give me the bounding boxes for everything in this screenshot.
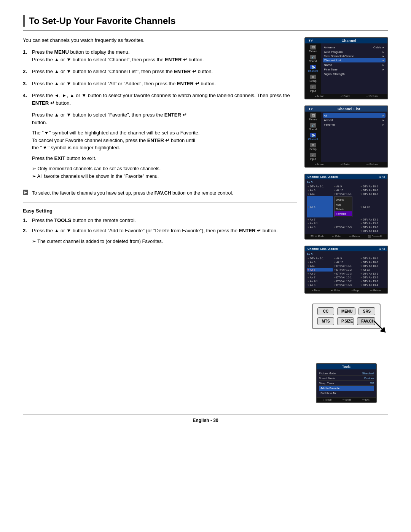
channel-list-screen: TV Channel List 🖼 Picture 🔊 Sound 📡 Cha	[304, 105, 388, 168]
ch-cell: ♥ DTV Air 2-1	[307, 257, 333, 260]
memo-note-2: All favorite channels will be shown in t…	[32, 173, 297, 180]
step-1-line2: Press the ▲ or ▼ button to select "Chann…	[32, 57, 204, 62]
screen1-content: Antenna: Cable ► Auto Program► Clear Scr…	[321, 43, 387, 94]
ch-cell: ♥ DTV Air 13-3	[360, 280, 386, 283]
tools-screen: Tools Picture Mode: Standard Sound Mode:…	[316, 363, 377, 403]
remote-section: CC MENU SRS MTS P.SIZE FAV.CH	[304, 304, 388, 329]
btn-menu[interactable]: MENU	[337, 307, 355, 315]
ch-cell: ♥ Air 8	[307, 283, 333, 287]
screen1-header: TV Channel	[305, 38, 387, 43]
screen4-body: Air 5 ♥ DTV Air 2-1 ♥ Air 9 ♥ DTV Air 10…	[305, 251, 387, 288]
step-1-line1: Press the MENU button to display the men…	[32, 49, 130, 55]
main-content: You can set channels you watch frequentl…	[23, 37, 297, 403]
ch-cell: ♥ Air 3	[307, 260, 333, 264]
step-1: 1. Press the MENU button to display the …	[23, 48, 297, 63]
ch-cell: ♥ Air 12	[360, 268, 386, 272]
sidebar-sound: 🔊 Sound	[306, 55, 320, 62]
ch-cell: ♥ DTV Air 10-3	[333, 283, 360, 287]
menu-signal-strength: Signal Strength	[323, 72, 386, 76]
remote-buttons: CC MENU SRS MTS P.SIZE FAV.CH	[312, 304, 381, 329]
page-footer: English - 30	[23, 414, 388, 423]
memo-note-1: Only memorized channels can be set as fa…	[32, 165, 297, 173]
ch-cell	[333, 229, 360, 233]
channel-added-screen-1: Channel List / Added 1 / 2 Air 5 ♥ DTV A…	[304, 174, 388, 240]
menu-all: All►	[323, 113, 386, 118]
menu-fine-tune: Fine Tune►	[323, 67, 386, 72]
tools-switch-air: Switch to Air	[319, 391, 374, 396]
menu-auto-program: Auto Program►	[323, 50, 386, 54]
ch-cell: Watch Add Delete Favorite	[333, 196, 360, 217]
easy-step-2: 2. Press the ▲ or ▼ button to select "Ad…	[23, 227, 297, 235]
tools-footer: ⬧ Move ↵ Enter ↩ Exit	[317, 397, 376, 402]
tools-header: Tools	[317, 364, 376, 369]
footer-text: English - 30	[193, 418, 218, 423]
btn-psize[interactable]: P.SIZE	[337, 317, 354, 325]
ch-cell: ♥ DTV Air 13-1	[360, 272, 386, 275]
step-4: 4. Press the ◄, ►, ▲ or ▼ button to sele…	[23, 92, 297, 107]
btn-srs[interactable]: SRS	[358, 307, 375, 315]
ch-cell: ♥ DTV Air 10-3	[333, 272, 360, 275]
arrow-pointer	[372, 319, 387, 334]
tools-body: Picture Mode: Standard Sound Mode: Custo…	[317, 369, 376, 397]
ch-cell: ♥ DTV Air 10-2	[333, 268, 360, 272]
channel-menu-screen: TV Channel 🖼 Picture 🔊 Sound 📡 Channel	[304, 37, 388, 99]
right-screenshots: TV Channel 🖼 Picture 🔊 Sound 📡 Channel	[304, 37, 388, 403]
ch-cell	[333, 222, 360, 225]
fav-ch-note: ▶ To select the favorite channels you ha…	[23, 190, 297, 197]
exit-note: Press the EXIT button to exit.	[32, 155, 297, 162]
ch-cell: ♥ Air 12	[360, 196, 386, 217]
ch-cell: ♥ DTV Air 10-1	[333, 264, 360, 268]
step-1-num: 1.	[23, 48, 29, 63]
info-icon: ▶	[23, 190, 28, 195]
remote-row-1: CC MENU SRS	[317, 307, 375, 315]
btn-cc[interactable]: CC	[317, 307, 334, 315]
ch-cell: ♥ DTV Air 13-1	[360, 218, 386, 221]
ch-cell: ♥ Air 7	[307, 218, 333, 221]
screen3-body: Air 5 ♥ DTV Air 2-1 ♥ Air 9 ♥ DTV Air 10…	[305, 179, 387, 234]
ch-cell: ♥ DTV Air 13-4	[360, 229, 386, 233]
sidebar-input: ↩ Input	[306, 85, 320, 92]
step-2: 2. Press the ▲ or ▼ button to select "Ch…	[23, 68, 297, 75]
step-3-num: 3.	[23, 80, 29, 88]
ch-cell: ♥ DTV Air 13-2	[360, 222, 386, 225]
screen3-air: Air 5	[307, 181, 386, 184]
easy-step-1: 1. Press the TOOLS button on the remote …	[23, 217, 297, 224]
ch-cell: ♥ DTV Air 2-1	[307, 185, 333, 188]
fav-ch-text: To select the favorite channels you have…	[32, 190, 233, 197]
ch-cell: ♥ Air 10	[333, 260, 360, 264]
intro-text: You can set channels you watch frequentl…	[23, 37, 297, 43]
easy-setting-title: Easy Setting	[23, 208, 297, 214]
ch-cell: ♥ Air 9	[333, 185, 360, 188]
ch-cell: ♥ DTV Air 10-1	[360, 185, 386, 188]
tools-sleep-timer: Sleep Timer: Off	[319, 381, 374, 386]
ch-cell: ♥ DTV Air 10-2	[360, 260, 386, 264]
step-4-note1: Press the ▲ or ▼ button to select "Favor…	[32, 111, 297, 126]
s2-sidebar-picture: 🖼 Picture	[306, 113, 320, 121]
ch-cell: ♥ DTV Air 10-2	[360, 189, 386, 192]
menu-channel-list: Channel List►	[323, 58, 386, 62]
screen2-content: All► Added► Favorite►	[321, 112, 387, 162]
ch-cell: ♥ DTV Air 13-3	[360, 225, 386, 229]
ch-cell: ♥ DTV Air 10-3	[360, 192, 386, 196]
easy-step-2-num: 2.	[23, 227, 29, 235]
sidebar-channel: 📡 Channel	[306, 65, 320, 72]
step-3: 3. Press the ▲ or ▼ button to select "Al…	[23, 80, 297, 88]
channel-added-screen-2: Channel List / Added 1 / 2 Air 5 ♥ DTV A…	[304, 246, 388, 294]
screen3-footer: ☰ List Mode ↵ Enter ↩ Return ⬛ Delete Al…	[305, 234, 387, 239]
menu-favorite: Favorite►	[323, 122, 386, 127]
remote-row-2: MTS P.SIZE FAV.CH	[317, 317, 375, 325]
ch-cell: ♥ Air 7-1	[307, 280, 333, 283]
ch-cell: ♥ Air 8	[307, 225, 333, 229]
btn-mts[interactable]: MTS	[317, 317, 334, 325]
ch-cell: ♥ DTV Air 10-1	[333, 276, 360, 279]
ch-cell: ♥ Air 7-1	[307, 222, 333, 225]
easy-note: The current channel is added to (or dele…	[32, 238, 297, 245]
ch-cell: ♥ Air 3	[307, 189, 333, 192]
easy-step-1-num: 1.	[23, 217, 29, 224]
ch-cell: ♥ Air4	[307, 264, 333, 268]
s2-sidebar-input: ↩ Input	[306, 153, 320, 160]
screen2-sidebar: 🖼 Picture 🔊 Sound 📡 Channel ⚙ Setup	[305, 112, 321, 162]
step-4-num: 4.	[23, 92, 29, 107]
screen3-header: Channel List / Added 1 / 2	[305, 174, 387, 179]
ch-cell: ♥ Air4	[307, 192, 333, 196]
